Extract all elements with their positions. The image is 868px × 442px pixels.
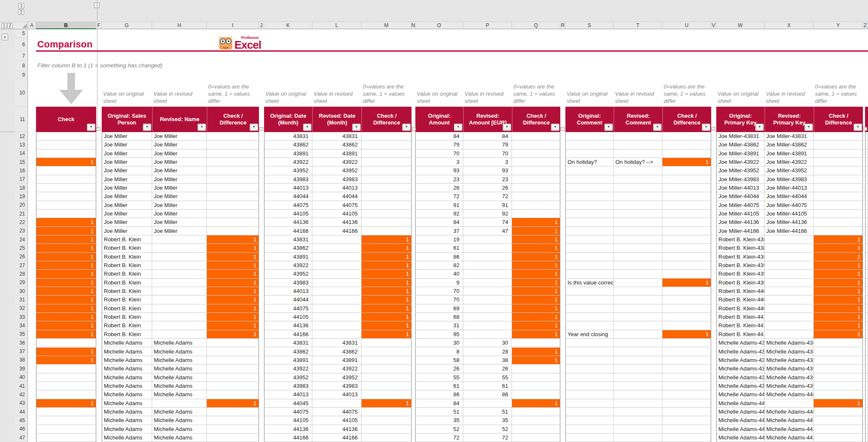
cell-S22[interactable] [565, 218, 614, 227]
cell-clipped-27[interactable] [865, 261, 868, 270]
cell-L37[interactable]: 43862 [312, 348, 362, 356]
row-header-24[interactable]: 24 [15, 235, 28, 244]
cell-Y37[interactable] [814, 348, 863, 356]
cell-O47[interactable]: 72 [415, 434, 463, 442]
cell-clipped-16[interactable] [865, 166, 868, 175]
cell-K19[interactable]: 44044 [264, 192, 312, 201]
cell-L21[interactable]: 44105 [312, 210, 362, 218]
cell-W20[interactable]: Joe Miller-44075 [716, 201, 765, 210]
cell-O33[interactable]: 68 [415, 313, 463, 321]
row-header-35[interactable]: 35 [15, 330, 28, 339]
cell-U42[interactable] [662, 390, 711, 399]
column-header-I[interactable]: I [207, 22, 259, 29]
cell-clipped-28[interactable] [865, 270, 868, 278]
cell-S16[interactable] [565, 166, 614, 175]
cell-L45[interactable]: 44105 [312, 416, 362, 425]
cell-B36[interactable] [36, 339, 96, 347]
cell-Y47[interactable] [814, 434, 863, 442]
cell-Y14[interactable] [814, 149, 863, 158]
cell-K14[interactable]: 43891 [264, 149, 312, 158]
cell-M36[interactable] [362, 339, 412, 347]
cell-G19[interactable]: Joe Miller [102, 192, 152, 201]
cell-Q16[interactable] [512, 166, 560, 175]
row-header-30[interactable]: 30 [15, 287, 28, 296]
cell-P33[interactable] [463, 313, 512, 321]
cell-B23[interactable]: 1 [36, 227, 96, 235]
cell-T44[interactable] [614, 408, 662, 416]
cell-M39[interactable] [362, 365, 412, 373]
cell-M24[interactable]: 1 [362, 235, 412, 244]
row-outline-level-1-button[interactable]: 1 [1, 23, 7, 28]
column-header-Z[interactable]: Z [863, 22, 868, 29]
cell-X20[interactable]: Joe Miller-44075 [765, 201, 814, 210]
cell-X27[interactable] [765, 261, 814, 270]
cell-X16[interactable]: Joe Miller-43952 [765, 166, 814, 175]
cell-O35[interactable]: 95 [415, 330, 463, 339]
column-header-O[interactable]: O [415, 22, 463, 29]
cell-G34[interactable]: Robert B. Klein [102, 321, 152, 330]
cell-S27[interactable] [565, 261, 614, 270]
filter-dropdown-button[interactable]: ▾ [702, 124, 710, 131]
cell-O44[interactable]: 51 [415, 408, 463, 416]
cell-I15[interactable] [207, 158, 259, 166]
row-header-38[interactable]: 38 [15, 356, 28, 365]
cell-S36[interactable] [565, 339, 614, 347]
cell-P47[interactable]: 72 [463, 434, 512, 442]
cell-Y23[interactable] [814, 227, 863, 235]
cell-S19[interactable] [565, 192, 614, 201]
cell-K28[interactable]: 43952 [264, 270, 312, 278]
cell-W19[interactable]: Joe Miller-44044 [716, 192, 765, 201]
cell-Q37[interactable]: 1 [512, 348, 560, 356]
cell-clipped-44[interactable] [865, 408, 868, 416]
cell-M31[interactable]: 1 [362, 296, 412, 304]
cell-M28[interactable]: 1 [362, 270, 412, 278]
cell-M14[interactable] [362, 149, 412, 158]
row-header-41[interactable]: 41 [15, 382, 28, 390]
cell-Y38[interactable] [814, 356, 863, 365]
cell-B24[interactable]: 1 [36, 235, 96, 244]
cell-K26[interactable]: 43891 [264, 253, 312, 261]
cell-I33[interactable]: 1 [207, 313, 259, 321]
cell-S30[interactable] [565, 287, 614, 296]
cell-M47[interactable] [362, 434, 412, 442]
row-header-6[interactable]: 6 [15, 38, 28, 51]
cell-G33[interactable]: Robert B. Klein [102, 313, 152, 321]
header-cell-Q[interactable]: Check / Difference▾ [512, 107, 560, 132]
cell-P29[interactable] [463, 279, 512, 287]
cell-W45[interactable]: Michelle Adams-44105 [716, 416, 765, 425]
cell-X18[interactable]: Joe Miller-44013 [765, 184, 814, 192]
cell-G17[interactable]: Joe Miller [102, 175, 152, 184]
cell-X13[interactable]: Joe Miller-43862 [765, 141, 814, 149]
cell-H44[interactable]: Michelle Adams [152, 408, 207, 416]
cell-W18[interactable]: Joe Miller-44013 [716, 184, 765, 192]
cell-Y34[interactable]: 1 [814, 321, 863, 330]
cell-U44[interactable] [662, 408, 711, 416]
row-header-18[interactable]: 18 [15, 184, 28, 192]
cell-X21[interactable]: Joe Miller-44105 [765, 210, 814, 218]
cell-S31[interactable] [565, 296, 614, 304]
cell-S47[interactable] [565, 434, 614, 442]
cell-M25[interactable]: 1 [362, 244, 412, 252]
cell-H18[interactable]: Joe Miller [152, 184, 207, 192]
cell-T45[interactable] [614, 416, 662, 425]
cell-W32[interactable]: Robert B. Klein-44075 [716, 304, 765, 313]
cell-Y25[interactable]: 1 [814, 244, 863, 252]
cell-O28[interactable]: 40 [415, 270, 463, 278]
cell-I28[interactable]: 1 [207, 270, 259, 278]
cell-X45[interactable]: Michelle Adams-44105 [765, 416, 814, 425]
cell-G13[interactable]: Joe Miller [102, 141, 152, 149]
row-header-5[interactable]: 5 [15, 29, 28, 38]
cell-L32[interactable] [312, 304, 362, 313]
cell-X47[interactable]: Michelle Adams-44166 [765, 434, 814, 442]
cell-W35[interactable]: Robert B. Klein-44166 [716, 330, 765, 339]
row-outline-level-2-button[interactable]: 2 [7, 23, 13, 28]
cell-I46[interactable] [207, 425, 259, 434]
cell-U23[interactable] [662, 227, 711, 235]
cell-K25[interactable]: 43862 [264, 244, 312, 252]
cell-M38[interactable] [362, 356, 412, 365]
cell-B41[interactable] [36, 382, 96, 390]
cell-H43[interactable] [152, 399, 207, 408]
cell-W34[interactable]: Robert B. Klein-44136 [716, 321, 765, 330]
cell-W12[interactable]: Joe Miller-43831 [716, 132, 765, 141]
cell-H42[interactable]: Michelle Adams [152, 390, 207, 399]
